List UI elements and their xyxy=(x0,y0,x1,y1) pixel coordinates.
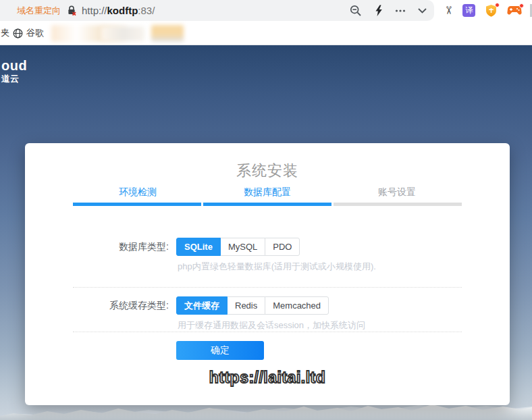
browser-window: 域名重定向 http://kodftp:83/ xyxy=(0,0,532,420)
cache-type-description: 用于缓存通用数据及会话session，加快系统访问 xyxy=(178,319,365,332)
notification-badge xyxy=(519,3,524,8)
more-icon[interactable] xyxy=(395,9,406,13)
tab-env-check[interactable]: 环境检测 xyxy=(73,186,203,199)
zoom-out-icon[interactable] xyxy=(350,5,362,17)
bookmarks-bar: 夹 谷歌 xyxy=(0,22,532,45)
section-divider xyxy=(73,332,462,332)
cache-option-file[interactable]: 文件缓存 xyxy=(176,296,228,315)
page-background: oud 道云 系统安装 环境检测 数据库配置 账号设置 xyxy=(0,45,532,420)
installer-card: 系统安装 环境检测 数据库配置 账号设置 数据库类型: SQLite MySQL… xyxy=(25,143,510,405)
shield-extension-icon[interactable] xyxy=(485,4,498,18)
step-progress-bar xyxy=(73,203,462,206)
cache-type-label: 系统缓存类型: xyxy=(25,296,169,315)
lightning-icon[interactable] xyxy=(374,5,383,17)
logo-subtext-partial: 道云 xyxy=(1,74,27,84)
insecure-lock-icon[interactable] xyxy=(67,5,76,19)
db-option-mysql[interactable]: MySQL xyxy=(220,238,265,256)
logo-text-partial: oud xyxy=(1,59,27,73)
page-title: 系统安装 xyxy=(25,161,510,181)
db-type-description: php内置绿色轻量数据库(适用于测试或小规模使用). xyxy=(178,261,376,273)
db-type-label: 数据库类型: xyxy=(25,238,169,256)
url-host: kodftp xyxy=(107,5,138,16)
blurred-bookmark[interactable] xyxy=(101,26,144,41)
bookmark-google-label: 谷歌 xyxy=(26,27,44,39)
bookmark-google[interactable]: 谷歌 xyxy=(13,22,44,45)
blurred-bookmark[interactable] xyxy=(151,25,184,42)
url-port: :83/ xyxy=(138,5,155,16)
globe-icon xyxy=(13,28,23,38)
tab-database-config[interactable]: 数据库配置 xyxy=(203,186,332,199)
bookmark-clipped-label[interactable]: 夹 xyxy=(1,22,9,45)
confirm-button[interactable]: 确定 xyxy=(176,341,264,360)
extension-icons: ✂ 译 xyxy=(440,0,532,21)
step-tabs: 环境检测 数据库配置 账号设置 xyxy=(73,186,462,199)
address-bar-actions xyxy=(344,0,432,21)
db-type-options: SQLite MySQL PDO xyxy=(176,238,300,256)
cache-option-redis[interactable]: Redis xyxy=(227,296,265,315)
browser-tab-title[interactable]: 域名重定向 xyxy=(17,0,61,21)
section-divider xyxy=(73,287,462,288)
notification-badge xyxy=(495,3,500,7)
db-option-pdo[interactable]: PDO xyxy=(265,238,300,256)
kodcloud-logo: oud 道云 xyxy=(1,59,27,84)
db-option-sqlite[interactable]: SQLite xyxy=(176,238,221,256)
translate-icon[interactable]: 译 xyxy=(462,4,475,17)
url-field[interactable]: http://kodftp:83/ xyxy=(82,0,155,21)
cache-option-memcached[interactable]: Memcached xyxy=(265,296,329,315)
progress-segment-active xyxy=(203,203,331,206)
url-scheme: http:// xyxy=(82,5,107,16)
tab-account-setup[interactable]: 账号设置 xyxy=(332,186,462,199)
progress-segment-done xyxy=(73,203,201,206)
scissors-icon[interactable]: ✂ xyxy=(444,4,453,17)
progress-segment-pending xyxy=(334,203,462,206)
watermark-text: https://laitai.ltd xyxy=(25,369,510,387)
cache-type-options: 文件缓存 Redis Memcached xyxy=(176,296,329,315)
browser-toolbar: 域名重定向 http://kodftp:83/ xyxy=(0,0,532,22)
gamepad-extension-icon[interactable] xyxy=(507,5,522,16)
chevron-down-icon[interactable] xyxy=(418,8,427,14)
